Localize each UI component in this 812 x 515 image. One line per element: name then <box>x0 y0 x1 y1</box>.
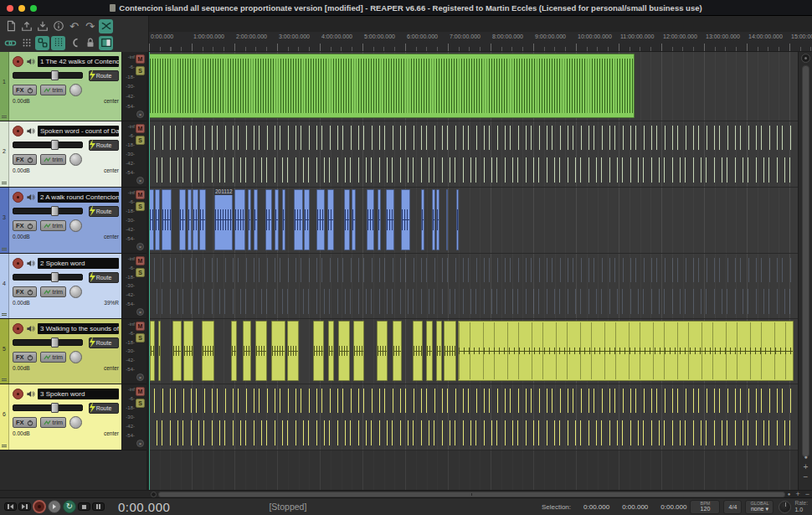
track-pan-readout[interactable]: center <box>104 365 119 371</box>
arrange-empty-area[interactable] <box>149 451 798 490</box>
media-item[interactable] <box>436 321 442 381</box>
volume-slider[interactable] <box>13 72 83 79</box>
track-meter[interactable]: -inf-6--18--30--42--54- M S × <box>121 319 146 384</box>
go-to-end-button[interactable] <box>18 502 31 511</box>
media-item[interactable] <box>188 189 192 250</box>
speaker-icon[interactable] <box>26 193 35 202</box>
media-item[interactable] <box>316 189 325 250</box>
route-button[interactable]: Route <box>89 70 119 81</box>
close-button[interactable] <box>7 5 13 12</box>
horizontal-scrollbar[interactable]: ● + − <box>0 490 812 497</box>
ripple-edit-icon[interactable] <box>51 36 65 50</box>
media-item-slivers[interactable] <box>149 384 798 450</box>
route-button[interactable]: Route <box>89 337 119 348</box>
track-number-strip[interactable]: 1 <box>0 52 9 121</box>
bpm-box[interactable]: BPM 120 <box>690 500 720 514</box>
track-pan-readout[interactable]: center <box>104 430 119 436</box>
docker-icon[interactable] <box>99 36 113 50</box>
save-project-icon[interactable] <box>35 19 49 33</box>
track-pan-readout[interactable]: center <box>104 167 119 173</box>
track-number-strip[interactable]: 2 <box>0 121 9 187</box>
media-item[interactable] <box>421 189 424 250</box>
track-gain-readout[interactable]: 0.00dB <box>13 234 30 239</box>
item-grouping-icon[interactable] <box>35 36 49 50</box>
track-pan-readout[interactable]: 39%R <box>104 300 119 306</box>
arrange-lane-track-6[interactable] <box>149 384 798 451</box>
mute-button[interactable]: M <box>136 322 145 331</box>
volume-slider[interactable] <box>13 339 83 346</box>
speaker-icon[interactable] <box>26 259 35 268</box>
media-item[interactable] <box>432 189 435 250</box>
track-name[interactable]: 3 Walking to the sounds of cor..83 <box>38 323 119 334</box>
volume-slider-thumb[interactable] <box>51 403 59 413</box>
fx-bypass-icon[interactable] <box>27 87 33 94</box>
go-to-start-button[interactable] <box>4 502 17 511</box>
fx-bypass-icon[interactable] <box>27 289 33 296</box>
vertical-zoom-knob[interactable] <box>801 54 810 63</box>
fx-bypass-icon[interactable] <box>27 223 33 229</box>
media-item[interactable] <box>393 321 402 381</box>
media-item[interactable] <box>413 321 423 381</box>
media-item[interactable] <box>214 189 233 250</box>
trim-envelope-button[interactable]: trim <box>40 352 67 363</box>
pan-knob[interactable] <box>69 286 82 298</box>
track-pan-readout[interactable]: center <box>104 98 119 104</box>
time-signature-box[interactable]: 4/4 <box>723 500 742 514</box>
auto-crossfade-icon[interactable] <box>99 19 113 33</box>
arrange-lane-track-3[interactable]: 201112 <box>149 188 798 254</box>
speaker-icon[interactable] <box>26 324 35 333</box>
media-item[interactable] <box>426 321 433 381</box>
media-item[interactable] <box>287 321 299 381</box>
vertical-scroll-thumb[interactable] <box>802 65 809 457</box>
media-item[interactable] <box>282 189 285 250</box>
media-item[interactable] <box>367 189 374 250</box>
media-item[interactable] <box>436 189 439 250</box>
mute-button[interactable]: M <box>136 190 145 199</box>
volume-slider-thumb[interactable] <box>51 70 59 80</box>
solo-button[interactable]: S <box>136 136 145 145</box>
redo-icon[interactable]: ↷ <box>83 19 97 33</box>
trim-envelope-button[interactable]: trim <box>40 85 67 95</box>
media-item[interactable] <box>183 321 193 381</box>
volume-slider-thumb[interactable] <box>51 337 59 348</box>
media-item[interactable] <box>265 189 272 250</box>
media-item[interactable] <box>179 189 186 250</box>
track-name[interactable]: 1 The 42 walks of Contencion Isla <box>38 56 119 67</box>
snap-magnet-icon[interactable] <box>67 36 81 50</box>
fx-bypass-icon[interactable] <box>27 420 33 426</box>
mute-button[interactable]: M <box>136 54 145 64</box>
clip-indicator-icon[interactable]: × <box>136 308 144 316</box>
media-item[interactable] <box>231 321 237 381</box>
zoom-out-vertical-button[interactable]: − <box>799 473 812 482</box>
track-meter[interactable]: -inf-6--18--30--42--54- M S × <box>121 121 146 187</box>
track-pan-readout[interactable]: center <box>104 234 119 239</box>
clip-indicator-icon[interactable]: × <box>136 373 144 381</box>
media-item[interactable] <box>234 189 245 250</box>
fx-button[interactable]: FX <box>13 352 37 363</box>
clip-indicator-icon[interactable]: × <box>136 177 144 184</box>
media-item[interactable] <box>327 189 334 250</box>
pan-knob[interactable] <box>69 153 82 166</box>
track-gain-readout[interactable]: 0.00dB <box>13 300 30 306</box>
media-item[interactable] <box>386 189 394 250</box>
media-item[interactable] <box>162 189 172 250</box>
mute-button[interactable]: M <box>136 387 145 396</box>
route-button[interactable]: Route <box>89 272 119 283</box>
record-button[interactable] <box>33 500 46 513</box>
record-arm-button[interactable] <box>13 56 23 67</box>
solo-button[interactable]: S <box>136 399 145 408</box>
clip-indicator-icon[interactable]: × <box>136 243 144 250</box>
track-gain-readout[interactable]: 0.00dB <box>13 430 30 436</box>
media-item[interactable] <box>304 189 310 250</box>
media-item[interactable] <box>150 321 155 381</box>
pan-knob[interactable] <box>69 84 82 96</box>
track-name[interactable]: 3 Spoken word <box>38 389 119 399</box>
play-button[interactable] <box>48 500 61 513</box>
track-number-strip[interactable]: 3 <box>0 188 9 253</box>
speaker-icon[interactable] <box>26 389 35 399</box>
envelope-link-icon[interactable] <box>3 36 18 50</box>
media-item[interactable] <box>328 321 334 381</box>
media-item[interactable] <box>199 189 206 250</box>
media-item[interactable] <box>255 321 267 381</box>
zoom-out-horizontal-button[interactable]: − <box>803 492 812 497</box>
